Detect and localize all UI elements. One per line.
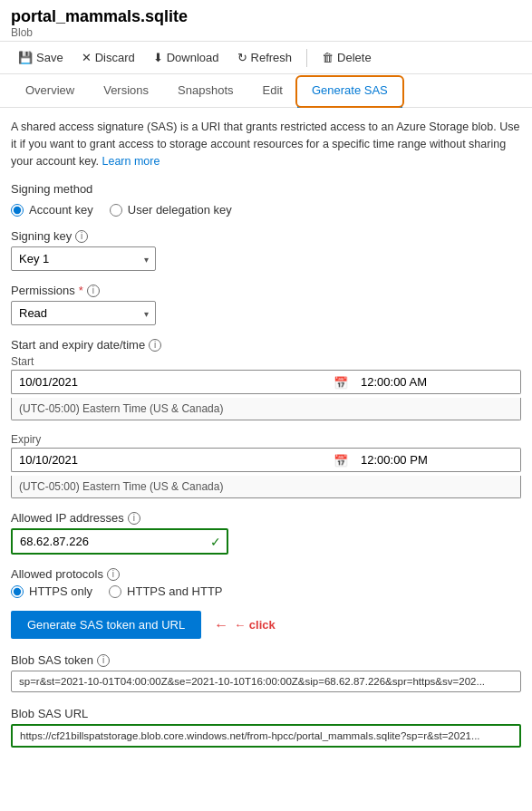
start-time-wrapper bbox=[353, 370, 521, 394]
tab-generate-sas[interactable]: Generate SAS bbox=[297, 74, 402, 108]
expiry-date-input[interactable] bbox=[11, 448, 353, 472]
toolbar-separator bbox=[306, 49, 307, 67]
required-marker: * bbox=[79, 284, 83, 297]
blob-sas-url-value: https://cf21billspatstorage.blob.core.wi… bbox=[11, 724, 521, 748]
calendar-icon[interactable]: 📅 bbox=[334, 453, 348, 467]
protocols-radio-group: HTTPS only HTTPS and HTTP bbox=[11, 584, 521, 598]
https-http-option[interactable]: HTTPS and HTTP bbox=[109, 584, 222, 598]
blob-sas-token-section: Blob SAS token i sp=r&st=2021-10-01T04:0… bbox=[11, 653, 521, 692]
blob-sas-token-info-icon: i bbox=[97, 654, 110, 667]
user-delegation-key-label: User delegation key bbox=[128, 203, 232, 217]
https-http-label: HTTPS and HTTP bbox=[127, 584, 222, 598]
calendar-icon[interactable]: 📅 bbox=[334, 375, 348, 389]
allowed-ip-info-icon: i bbox=[128, 512, 140, 525]
save-icon: 💾 bbox=[18, 51, 33, 64]
discard-icon: ✕ bbox=[82, 51, 92, 64]
signing-method-radio-group: Account key User delegation key bbox=[11, 203, 521, 217]
save-button[interactable]: 💾 Save bbox=[11, 47, 71, 68]
permissions-select-wrapper: Read Write Delete List ▾ bbox=[11, 301, 156, 325]
expiry-date-wrapper: 📅 bbox=[11, 448, 353, 472]
download-icon: ⬇ bbox=[153, 51, 163, 64]
allowed-protocols-group: Allowed protocols i HTTPS only HTTPS and… bbox=[11, 567, 521, 598]
signing-key-info-icon: i bbox=[75, 230, 88, 243]
tab-bar: Overview Versions Snapshots Edit Generat… bbox=[0, 74, 532, 108]
description-text: A shared access signature (SAS) is a URI… bbox=[11, 119, 521, 169]
start-date-wrapper: 📅 bbox=[11, 370, 353, 394]
signing-key-group: Signing key i Key 1 Key 2 ▾ bbox=[11, 229, 521, 271]
delete-button[interactable]: 🗑 Delete bbox=[314, 47, 379, 68]
delete-icon: 🗑 bbox=[322, 51, 334, 64]
https-only-label: HTTPS only bbox=[29, 584, 92, 598]
expiry-datetime-row: 📅 bbox=[11, 448, 521, 472]
account-key-option[interactable]: Account key bbox=[11, 203, 93, 217]
start-datetime-row: 📅 bbox=[11, 370, 521, 394]
start-date-input[interactable] bbox=[11, 370, 353, 394]
datetime-info-icon: i bbox=[149, 339, 161, 352]
permissions-info-icon: i bbox=[87, 285, 100, 297]
checkmark-icon: ✓ bbox=[210, 535, 221, 549]
signing-method-group: Signing method Account key User delegati… bbox=[11, 182, 521, 217]
tab-overview[interactable]: Overview bbox=[11, 74, 89, 108]
https-only-option[interactable]: HTTPS only bbox=[11, 584, 92, 598]
start-label: Start bbox=[11, 355, 521, 368]
title-bar: portal_mammals.sqlite Blob bbox=[0, 0, 532, 41]
refresh-icon: ↻ bbox=[237, 51, 247, 64]
allowed-ip-group: Allowed IP addresses i ✓ bbox=[11, 511, 521, 555]
learn-more-link[interactable]: Learn more bbox=[102, 155, 160, 168]
permissions-label: Permissions * i bbox=[11, 284, 521, 297]
download-button[interactable]: ⬇ Download bbox=[146, 47, 227, 68]
page-title: portal_mammals.sqlite bbox=[11, 7, 521, 26]
datetime-group: Start and expiry date/time i Start 📅 (UT… bbox=[11, 338, 521, 498]
blob-sas-token-value: sp=r&st=2021-10-01T04:00:00Z&se=2021-10-… bbox=[11, 671, 521, 692]
blob-sas-url-label: Blob SAS URL bbox=[11, 707, 521, 720]
discard-button[interactable]: ✕ Discard bbox=[74, 47, 142, 68]
blob-sas-token-label: Blob SAS token i bbox=[11, 653, 521, 667]
allowed-ip-label: Allowed IP addresses i bbox=[11, 511, 521, 525]
permissions-group: Permissions * i Read Write Delete List ▾ bbox=[11, 284, 521, 325]
tab-snapshots[interactable]: Snapshots bbox=[163, 74, 247, 108]
generate-btn-row: Generate SAS token and URL ← ← click bbox=[11, 611, 521, 639]
generate-sas-button[interactable]: Generate SAS token and URL bbox=[11, 611, 201, 639]
expiry-time-input[interactable] bbox=[353, 448, 521, 472]
signing-key-label: Signing key i bbox=[11, 229, 521, 243]
blob-sas-url-section: Blob SAS URL https://cf21billspatstorage… bbox=[11, 707, 521, 748]
ip-input-wrapper: ✓ bbox=[11, 528, 228, 555]
datetime-label: Start and expiry date/time i bbox=[11, 338, 521, 352]
allowed-protocols-info-icon: i bbox=[107, 568, 120, 581]
signing-method-label: Signing method bbox=[11, 182, 521, 196]
allowed-ip-input[interactable] bbox=[11, 528, 228, 555]
permissions-select[interactable]: Read Write Delete List bbox=[11, 301, 156, 325]
expiry-timezone: (UTC-05:00) Eastern Time (US & Canada) bbox=[11, 476, 521, 498]
start-time-input[interactable] bbox=[353, 370, 521, 394]
expiry-time-wrapper bbox=[353, 448, 521, 472]
expiry-label: Expiry bbox=[11, 433, 521, 446]
arrow-icon: ← bbox=[214, 617, 228, 633]
page-subtitle: Blob bbox=[11, 26, 521, 39]
user-delegation-key-option[interactable]: User delegation key bbox=[110, 203, 232, 217]
allowed-protocols-label: Allowed protocols i bbox=[11, 567, 521, 581]
signing-key-select-wrapper: Key 1 Key 2 ▾ bbox=[11, 246, 156, 271]
click-arrow-label: ← ← click bbox=[214, 617, 276, 633]
tab-versions[interactable]: Versions bbox=[89, 74, 163, 108]
main-content: A shared access signature (SAS) is a URI… bbox=[0, 108, 532, 758]
tab-edit[interactable]: Edit bbox=[248, 74, 297, 108]
refresh-button[interactable]: ↻ Refresh bbox=[230, 47, 300, 68]
account-key-label: Account key bbox=[29, 203, 93, 217]
toolbar: 💾 Save ✕ Discard ⬇ Download ↻ Refresh 🗑 … bbox=[0, 41, 532, 74]
signing-key-select[interactable]: Key 1 Key 2 bbox=[11, 246, 156, 271]
start-timezone: (UTC-05:00) Eastern Time (US & Canada) bbox=[11, 398, 521, 420]
